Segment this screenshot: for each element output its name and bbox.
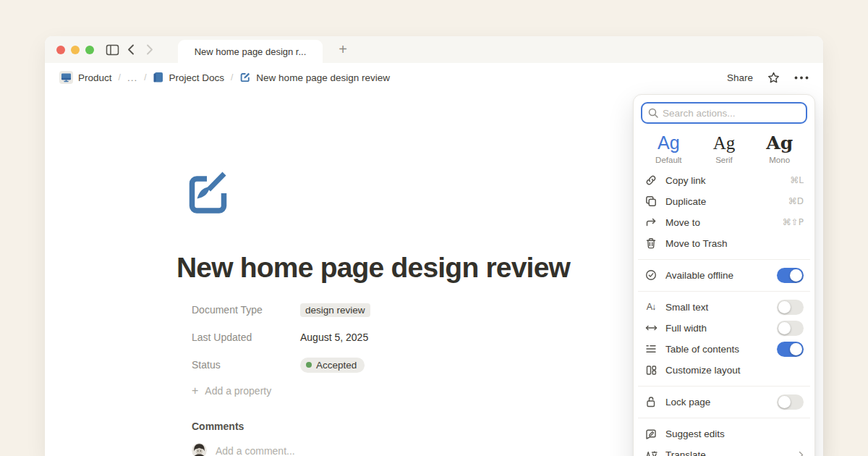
shortcut-hint: ⌘D (788, 196, 804, 206)
menu-item-copy-link[interactable]: Copy link ⌘L (641, 170, 807, 191)
full-width-toggle[interactable] (777, 321, 804, 336)
menu-divider (638, 418, 810, 418)
forward-button[interactable] (140, 41, 159, 59)
shortcut-hint: ⌘⇧P (783, 217, 804, 227)
favorite-star-button[interactable] (767, 72, 780, 84)
status-badge[interactable]: Accepted (300, 358, 365, 373)
check-circle-icon (644, 269, 658, 281)
menu-item-lock-page[interactable]: Lock page (641, 392, 807, 413)
menu-item-small-text[interactable]: A↓ Small text (641, 297, 807, 318)
menu-item-label: Full width (665, 323, 769, 334)
star-icon (767, 72, 780, 84)
move-arrow-icon (644, 216, 658, 228)
font-option-mono[interactable]: Ag Mono (752, 133, 807, 164)
menu-item-label: Available offline (665, 270, 769, 281)
menu-item-label: Suggest edits (665, 428, 804, 439)
menu-item-customize-layout[interactable]: Customize layout (641, 360, 807, 381)
plus-icon: + (192, 384, 198, 397)
tab-title: New home page design r... (195, 46, 307, 57)
ellipsis-icon (794, 76, 809, 80)
edit-page-icon (239, 72, 251, 83)
trash-icon (644, 237, 658, 249)
add-comment-input[interactable]: Add a comment... (216, 445, 295, 456)
monitor-icon (59, 71, 73, 84)
minimize-window-button[interactable] (71, 46, 80, 54)
font-label: Mono (752, 156, 807, 164)
property-label: Document Type (192, 304, 300, 316)
search-actions-field[interactable] (641, 102, 807, 124)
font-option-serif[interactable]: Ag Serif (697, 133, 752, 164)
table-of-contents-toggle[interactable] (777, 342, 804, 357)
font-sample: Ag (641, 133, 697, 153)
chevron-left-icon (127, 44, 135, 55)
back-button[interactable] (122, 41, 140, 59)
font-label: Default (641, 156, 697, 164)
menu-item-label: Duplicate (665, 196, 780, 207)
property-tag-value[interactable]: design review (300, 303, 370, 317)
breadcrumb-item-product[interactable]: Product (59, 71, 112, 84)
user-avatar (192, 443, 207, 456)
menu-divider (638, 259, 810, 260)
small-text-toggle[interactable] (777, 300, 804, 315)
search-icon (648, 108, 658, 118)
menu-item-label: Customize layout (665, 365, 804, 376)
breadcrumb-item-current-page[interactable]: New home page design review (239, 72, 390, 83)
font-sample: Ag (752, 133, 807, 153)
lock-page-toggle[interactable] (777, 394, 804, 410)
menu-divider (638, 291, 810, 292)
menu-item-label: Move to Trash (665, 238, 804, 249)
breadcrumb-label: New home page design review (256, 72, 390, 83)
font-label: Serif (697, 156, 752, 164)
shortcut-hint: ⌘L (790, 175, 804, 185)
search-actions-input[interactable] (663, 108, 800, 119)
menu-item-available-offline[interactable]: Available offline (641, 265, 807, 286)
breadcrumb-collapsed-button[interactable]: ... (127, 72, 137, 83)
app-window: New home page design r... + Product / ..… (45, 36, 823, 456)
available-offline-toggle[interactable] (777, 268, 804, 283)
status-value: Accepted (316, 360, 357, 371)
lock-open-icon (644, 396, 658, 408)
menu-item-label: Move to (665, 217, 775, 228)
menu-item-move-to[interactable]: Move to ⌘⇧P (641, 212, 807, 233)
menu-item-label: Table of contents (665, 344, 769, 355)
share-button[interactable]: Share (727, 72, 753, 83)
breadcrumb-item-project-docs[interactable]: Project Docs (153, 72, 224, 83)
paintbrush-square-icon[interactable] (183, 169, 229, 216)
close-window-button[interactable] (56, 46, 65, 54)
menu-item-full-width[interactable]: Full width (641, 318, 807, 339)
menu-item-label: Lock page (665, 397, 769, 408)
table-of-contents-icon (644, 344, 658, 354)
breadcrumb-label: Product (78, 72, 112, 83)
new-tab-button[interactable]: + (334, 41, 352, 58)
font-option-default[interactable]: Ag Default (641, 133, 697, 164)
chevron-right-icon (146, 44, 153, 55)
status-dot-icon (306, 362, 312, 368)
menu-item-duplicate[interactable]: Duplicate ⌘D (641, 191, 807, 212)
zoom-window-button[interactable] (85, 46, 94, 54)
suggest-edits-icon (644, 428, 658, 439)
menu-item-move-to-trash[interactable]: Move to Trash (641, 233, 807, 254)
toolbar-actions: Share (727, 72, 809, 84)
menu-item-translate[interactable]: Translate (641, 444, 807, 456)
more-options-button[interactable] (794, 76, 809, 80)
breadcrumb-separator: / (119, 72, 121, 83)
document-icon (153, 72, 163, 83)
menu-item-suggest-edits[interactable]: Suggest edits (641, 423, 807, 444)
translate-icon (644, 449, 658, 456)
toggle-sidebar-button[interactable] (103, 41, 122, 59)
breadcrumb-separator: / (144, 72, 146, 83)
toolbar: Product / ... / Project Docs / New home … (45, 63, 823, 92)
active-tab[interactable]: New home page design r... (178, 40, 323, 63)
duplicate-icon (644, 195, 658, 207)
menu-item-label: Copy link (665, 175, 782, 186)
sidebar-icon (106, 44, 119, 56)
full-width-icon (644, 324, 658, 332)
font-style-picker: Ag Default Ag Serif Ag Mono (641, 133, 807, 164)
breadcrumb: Product / ... / Project Docs / New home … (59, 71, 727, 84)
tab-bar: New home page design r... + (45, 36, 823, 63)
link-icon (644, 174, 658, 186)
menu-item-table-of-contents[interactable]: Table of contents (641, 339, 807, 360)
page-actions-menu: Ag Default Ag Serif Ag Mono Copy link ⌘L (633, 94, 815, 456)
property-text-value[interactable]: August 5, 2025 (300, 332, 368, 343)
traffic-lights (45, 46, 103, 54)
